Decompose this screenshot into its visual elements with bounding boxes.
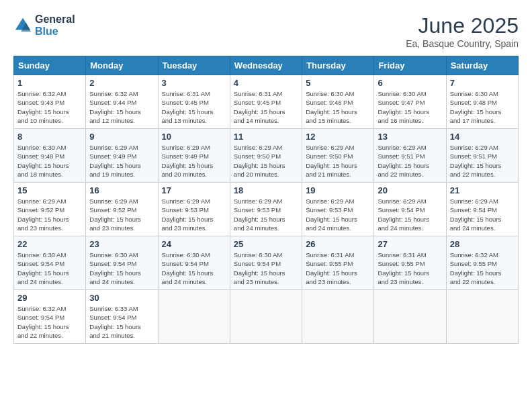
calendar-cell: 8Sunrise: 6:30 AM Sunset: 9:48 PM Daylig… <box>14 129 86 183</box>
day-info: Sunrise: 6:29 AM Sunset: 9:53 PM Dayligh… <box>306 197 370 232</box>
calendar-cell: 4Sunrise: 6:31 AM Sunset: 9:45 PM Daylig… <box>230 75 302 129</box>
calendar-cell: 21Sunrise: 6:29 AM Sunset: 9:54 PM Dayli… <box>446 183 518 236</box>
calendar-cell: 12Sunrise: 6:29 AM Sunset: 9:50 PM Dayli… <box>302 129 374 183</box>
header-thursday: Thursday <box>302 56 374 75</box>
calendar-cell: 27Sunrise: 6:31 AM Sunset: 9:55 PM Dayli… <box>374 236 446 290</box>
calendar-cell: 1Sunrise: 6:32 AM Sunset: 9:43 PM Daylig… <box>14 75 86 129</box>
day-number: 15 <box>17 185 82 195</box>
calendar-cell <box>302 290 374 344</box>
calendar-cell: 5Sunrise: 6:30 AM Sunset: 9:46 PM Daylig… <box>302 75 374 129</box>
day-info: Sunrise: 6:32 AM Sunset: 9:43 PM Dayligh… <box>17 89 82 125</box>
day-number: 26 <box>306 239 370 249</box>
calendar-cell: 25Sunrise: 6:30 AM Sunset: 9:54 PM Dayli… <box>230 236 302 290</box>
calendar-table: SundayMondayTuesdayWednesdayThursdayFrid… <box>13 56 519 344</box>
calendar-cell: 29Sunrise: 6:32 AM Sunset: 9:54 PM Dayli… <box>14 290 86 344</box>
calendar-cell: 30Sunrise: 6:33 AM Sunset: 9:54 PM Dayli… <box>86 290 158 344</box>
page-header: General Blue June 2025 Ea, Basque Countr… <box>13 13 519 49</box>
title-section: June 2025 Ea, Basque Country, Spain <box>406 13 519 49</box>
logo-text: General Blue <box>35 13 75 37</box>
logo: General Blue <box>13 13 75 37</box>
day-info: Sunrise: 6:33 AM Sunset: 9:54 PM Dayligh… <box>89 304 154 340</box>
logo-blue: Blue <box>35 26 75 38</box>
day-number: 1 <box>17 78 82 88</box>
day-info: Sunrise: 6:30 AM Sunset: 9:54 PM Dayligh… <box>234 250 298 286</box>
calendar-cell <box>446 290 518 344</box>
day-number: 6 <box>378 78 442 88</box>
day-number: 2 <box>89 78 154 88</box>
month-title: June 2025 <box>406 13 519 38</box>
day-number: 11 <box>234 132 298 142</box>
calendar-week-2: 8Sunrise: 6:30 AM Sunset: 9:48 PM Daylig… <box>14 129 519 183</box>
day-info: Sunrise: 6:29 AM Sunset: 9:52 PM Dayligh… <box>89 197 154 232</box>
day-info: Sunrise: 6:31 AM Sunset: 9:55 PM Dayligh… <box>378 250 442 286</box>
day-number: 25 <box>234 239 298 249</box>
calendar-cell: 28Sunrise: 6:32 AM Sunset: 9:55 PM Dayli… <box>446 236 518 290</box>
header-wednesday: Wednesday <box>230 56 302 75</box>
day-info: Sunrise: 6:29 AM Sunset: 9:54 PM Dayligh… <box>378 197 442 232</box>
day-number: 29 <box>17 293 82 303</box>
day-info: Sunrise: 6:31 AM Sunset: 9:45 PM Dayligh… <box>234 89 298 125</box>
day-info: Sunrise: 6:30 AM Sunset: 9:54 PM Dayligh… <box>89 250 154 286</box>
day-info: Sunrise: 6:32 AM Sunset: 9:44 PM Dayligh… <box>89 89 154 125</box>
day-info: Sunrise: 6:29 AM Sunset: 9:54 PM Dayligh… <box>450 197 515 232</box>
calendar-cell <box>158 290 230 344</box>
day-number: 21 <box>450 185 515 195</box>
day-info: Sunrise: 6:30 AM Sunset: 9:48 PM Dayligh… <box>17 143 82 179</box>
day-number: 20 <box>378 185 442 195</box>
calendar-cell: 9Sunrise: 6:29 AM Sunset: 9:49 PM Daylig… <box>86 129 158 183</box>
day-info: Sunrise: 6:29 AM Sunset: 9:51 PM Dayligh… <box>450 143 515 179</box>
day-number: 14 <box>450 132 515 142</box>
day-number: 9 <box>89 132 154 142</box>
calendar-cell: 11Sunrise: 6:29 AM Sunset: 9:50 PM Dayli… <box>230 129 302 183</box>
day-number: 23 <box>89 239 154 249</box>
calendar-cell: 13Sunrise: 6:29 AM Sunset: 9:51 PM Dayli… <box>374 129 446 183</box>
day-number: 10 <box>162 132 226 142</box>
day-info: Sunrise: 6:29 AM Sunset: 9:49 PM Dayligh… <box>162 143 226 179</box>
day-info: Sunrise: 6:29 AM Sunset: 9:52 PM Dayligh… <box>17 197 82 232</box>
calendar-week-5: 29Sunrise: 6:32 AM Sunset: 9:54 PM Dayli… <box>14 290 519 344</box>
calendar-cell: 6Sunrise: 6:30 AM Sunset: 9:47 PM Daylig… <box>374 75 446 129</box>
day-number: 27 <box>378 239 442 249</box>
logo-general: General <box>35 13 75 26</box>
calendar-cell: 23Sunrise: 6:30 AM Sunset: 9:54 PM Dayli… <box>86 236 158 290</box>
day-info: Sunrise: 6:32 AM Sunset: 9:55 PM Dayligh… <box>450 250 515 286</box>
day-number: 13 <box>378 132 442 142</box>
logo-icon <box>13 16 32 35</box>
location-title: Ea, Basque Country, Spain <box>406 38 519 49</box>
day-info: Sunrise: 6:29 AM Sunset: 9:53 PM Dayligh… <box>234 197 298 232</box>
day-number: 7 <box>450 78 515 88</box>
calendar-cell: 24Sunrise: 6:30 AM Sunset: 9:54 PM Dayli… <box>158 236 230 290</box>
day-number: 5 <box>306 78 370 88</box>
header-friday: Friday <box>374 56 446 75</box>
calendar-cell: 26Sunrise: 6:31 AM Sunset: 9:55 PM Dayli… <box>302 236 374 290</box>
day-number: 4 <box>234 78 298 88</box>
calendar-week-3: 15Sunrise: 6:29 AM Sunset: 9:52 PM Dayli… <box>14 183 519 236</box>
calendar-cell: 3Sunrise: 6:31 AM Sunset: 9:45 PM Daylig… <box>158 75 230 129</box>
day-number: 16 <box>89 185 154 195</box>
day-info: Sunrise: 6:30 AM Sunset: 9:46 PM Dayligh… <box>306 89 370 125</box>
day-number: 3 <box>162 78 226 88</box>
day-info: Sunrise: 6:31 AM Sunset: 9:55 PM Dayligh… <box>306 250 370 286</box>
header-sunday: Sunday <box>14 56 86 75</box>
calendar-cell: 2Sunrise: 6:32 AM Sunset: 9:44 PM Daylig… <box>86 75 158 129</box>
day-info: Sunrise: 6:29 AM Sunset: 9:49 PM Dayligh… <box>89 143 154 179</box>
calendar-cell: 19Sunrise: 6:29 AM Sunset: 9:53 PM Dayli… <box>302 183 374 236</box>
header-saturday: Saturday <box>446 56 518 75</box>
calendar-cell: 16Sunrise: 6:29 AM Sunset: 9:52 PM Dayli… <box>86 183 158 236</box>
calendar-cell: 14Sunrise: 6:29 AM Sunset: 9:51 PM Dayli… <box>446 129 518 183</box>
calendar-cell <box>230 290 302 344</box>
day-info: Sunrise: 6:32 AM Sunset: 9:54 PM Dayligh… <box>17 304 82 340</box>
day-info: Sunrise: 6:29 AM Sunset: 9:53 PM Dayligh… <box>162 197 226 232</box>
calendar-cell: 10Sunrise: 6:29 AM Sunset: 9:49 PM Dayli… <box>158 129 230 183</box>
day-info: Sunrise: 6:29 AM Sunset: 9:50 PM Dayligh… <box>306 143 370 179</box>
day-info: Sunrise: 6:30 AM Sunset: 9:54 PM Dayligh… <box>162 250 226 286</box>
day-number: 8 <box>17 132 82 142</box>
calendar-cell: 20Sunrise: 6:29 AM Sunset: 9:54 PM Dayli… <box>374 183 446 236</box>
day-number: 28 <box>450 239 515 249</box>
day-info: Sunrise: 6:31 AM Sunset: 9:45 PM Dayligh… <box>162 89 226 125</box>
day-number: 12 <box>306 132 370 142</box>
day-number: 18 <box>234 185 298 195</box>
day-number: 30 <box>89 293 154 303</box>
calendar-week-1: 1Sunrise: 6:32 AM Sunset: 9:43 PM Daylig… <box>14 75 519 129</box>
calendar-cell <box>374 290 446 344</box>
